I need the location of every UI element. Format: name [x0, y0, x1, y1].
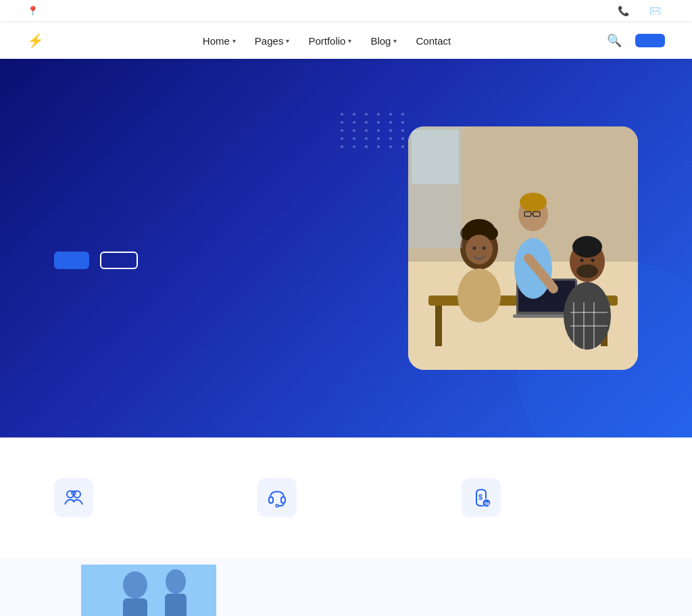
nav-item-portfolio[interactable]: Portfolio▾ — [308, 35, 351, 47]
team-icon — [64, 488, 84, 508]
customer-service-icon-wrap — [257, 478, 297, 517]
navbar: ⚡ Home▾ Pages▾ Portfolio▾ Blog▾ Contact … — [0, 22, 692, 59]
svg-text:$: $ — [478, 493, 483, 501]
svg-point-47 — [166, 569, 186, 594]
svg-rect-46 — [123, 598, 147, 616]
svg-point-23 — [572, 236, 602, 258]
dots-decoration: const dp = document.querySelector('.dots… — [341, 113, 408, 148]
svg-point-40 — [276, 504, 278, 507]
teaser-svg — [81, 565, 216, 616]
feature-pricing: $ % — [462, 478, 638, 517]
get-in-touch-button[interactable] — [635, 34, 665, 47]
pricing-icon-wrap: $ % — [462, 478, 501, 517]
topbar-address: 📍 — [27, 5, 43, 16]
nav-item-blog[interactable]: Blog▾ — [370, 35, 397, 47]
hero-image — [408, 126, 638, 370]
svg-rect-44 — [81, 565, 216, 616]
svg-rect-34 — [412, 130, 459, 184]
topbar-right: 📞 ✉️ — [618, 5, 665, 16]
logo[interactable]: ⚡ — [27, 32, 49, 49]
svg-point-14 — [483, 247, 486, 250]
svg-rect-3 — [435, 306, 442, 346]
topbar: 📍 📞 ✉️ — [0, 0, 692, 22]
pricing-icon: $ % — [471, 488, 491, 508]
svg-point-26 — [591, 259, 595, 262]
headset-icon — [267, 488, 287, 508]
phone-icon: 📞 — [618, 5, 629, 16]
nav-item-contact[interactable]: Contact — [416, 35, 451, 47]
topbar-phone: 📞 — [618, 5, 633, 16]
svg-point-17 — [520, 193, 547, 212]
teaser-image — [81, 565, 216, 616]
email-icon: ✉️ — [649, 5, 661, 16]
svg-point-25 — [580, 259, 584, 262]
hero-content — [54, 227, 368, 269]
svg-text:%: % — [485, 500, 490, 507]
expert-team-icon-wrap — [54, 478, 93, 517]
nav-item-home[interactable]: Home▾ — [203, 35, 236, 47]
svg-point-12 — [466, 235, 493, 264]
feature-expert-team — [54, 478, 230, 517]
features-section: $ % — [0, 437, 692, 558]
location-icon: 📍 — [27, 5, 39, 16]
svg-rect-48 — [165, 594, 187, 616]
svg-point-24 — [576, 264, 598, 278]
svg-rect-39 — [281, 497, 285, 503]
search-button[interactable]: 🔍 — [604, 30, 624, 51]
nav-item-pages[interactable]: Pages▾ — [255, 35, 290, 47]
bottom-teaser — [0, 558, 692, 616]
nav-actions: 🔍 — [604, 30, 665, 51]
work-with-us-button[interactable] — [54, 252, 89, 269]
topbar-email: ✉️ — [649, 5, 665, 16]
svg-point-27 — [564, 282, 611, 350]
svg-point-15 — [458, 268, 501, 323]
svg-rect-38 — [269, 497, 273, 503]
hero-image-svg — [408, 126, 638, 370]
feature-customer-service — [257, 478, 434, 517]
svg-point-45 — [123, 571, 147, 598]
view-services-button[interactable] — [100, 252, 138, 269]
logo-icon: ⚡ — [27, 32, 44, 49]
hero-buttons — [54, 252, 368, 269]
topbar-left: 📍 — [27, 5, 43, 16]
svg-point-13 — [473, 247, 476, 250]
hero-section: const dp = document.querySelector('.dots… — [0, 59, 692, 437]
nav-links: Home▾ Pages▾ Portfolio▾ Blog▾ Contact — [203, 35, 451, 47]
